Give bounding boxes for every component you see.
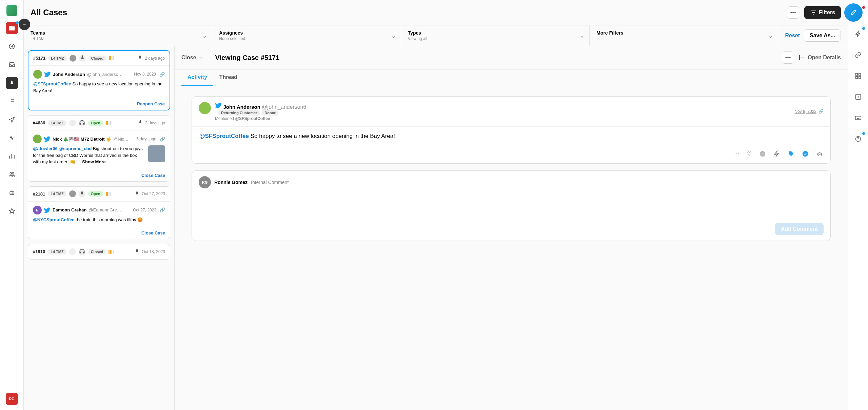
chevron-down-icon: ⌄ bbox=[580, 33, 584, 39]
send-icon[interactable] bbox=[6, 114, 18, 126]
svg-rect-14 bbox=[855, 74, 857, 76]
user-avatar[interactable]: RG bbox=[6, 393, 18, 405]
link-icon[interactable]: 🔗 bbox=[160, 207, 165, 212]
chevron-down-icon: ⌄ bbox=[391, 33, 396, 39]
post-date: Oct 27, 2023 bbox=[133, 208, 156, 212]
post-date: 6 days ago bbox=[136, 137, 156, 141]
author-avatar: E bbox=[33, 206, 42, 214]
status-tag: Open bbox=[88, 120, 103, 126]
case-action-link[interactable]: Close Case bbox=[28, 227, 170, 239]
check-icon[interactable] bbox=[802, 150, 809, 159]
page-title: All Cases bbox=[31, 8, 782, 17]
mention-link[interactable]: @SFSproutCoffee bbox=[33, 81, 71, 86]
list-icon[interactable] bbox=[6, 95, 18, 107]
chevron-down-icon: ⌄ bbox=[768, 33, 773, 39]
add-icon[interactable] bbox=[852, 91, 864, 103]
bolt-icon[interactable] bbox=[773, 150, 780, 159]
inbox-icon[interactable] bbox=[6, 59, 18, 71]
tab-activity[interactable]: Activity bbox=[181, 69, 213, 86]
pulse-icon[interactable] bbox=[6, 132, 18, 144]
svg-point-5 bbox=[12, 193, 13, 193]
bolt-icon[interactable] bbox=[852, 28, 864, 40]
save-as-button[interactable]: Save As... bbox=[804, 29, 841, 42]
detail-more-button[interactable] bbox=[782, 52, 794, 64]
reply-icon[interactable] bbox=[816, 150, 823, 159]
more-options-button[interactable] bbox=[787, 6, 799, 19]
svg-point-0 bbox=[9, 44, 14, 49]
apps-icon[interactable] bbox=[852, 70, 864, 82]
right-rail bbox=[848, 0, 868, 410]
pin-icon bbox=[134, 190, 140, 198]
folder-icon[interactable] bbox=[6, 22, 18, 34]
case-id: #4636 bbox=[33, 120, 45, 125]
svg-point-7 bbox=[792, 12, 793, 13]
chevron-down-icon: ⌄ bbox=[202, 33, 207, 39]
app-logo[interactable] bbox=[6, 5, 17, 16]
mention-link[interactable]: @afowler06 bbox=[33, 146, 58, 151]
help-icon[interactable] bbox=[852, 133, 864, 145]
case-action-link[interactable]: Close Case bbox=[28, 169, 170, 181]
comment-label: Internal Comment bbox=[251, 180, 289, 185]
team-tag: L4 TMZ bbox=[48, 56, 67, 61]
badge-donor: Donor bbox=[262, 110, 278, 116]
compass-icon[interactable] bbox=[6, 40, 18, 53]
users-icon[interactable] bbox=[6, 168, 18, 181]
expand-sidebar-button[interactable]: → bbox=[19, 19, 30, 30]
mention-link[interactable]: @supreme_cbd bbox=[59, 146, 92, 151]
pin-icon[interactable] bbox=[6, 77, 18, 89]
open-details-button[interactable]: |← Open Details bbox=[799, 55, 841, 61]
author-name: John Anderson bbox=[53, 72, 85, 77]
case-card[interactable]: #1910 L4 TMZClosed Oct 18, 2023 bbox=[28, 244, 170, 260]
comment-textarea[interactable] bbox=[199, 188, 824, 219]
assignee-avatar bbox=[69, 190, 76, 197]
chart-icon[interactable] bbox=[6, 150, 18, 162]
mention-link[interactable]: @NYCSproutCoffee bbox=[33, 217, 74, 222]
keyboard-icon[interactable] bbox=[852, 112, 864, 124]
case-id: #1910 bbox=[33, 249, 45, 254]
priority-bars bbox=[106, 121, 111, 125]
sentiment-icon[interactable] bbox=[759, 150, 766, 159]
tag-icon[interactable] bbox=[788, 150, 794, 159]
headset-icon bbox=[79, 119, 85, 127]
filters-button[interactable]: Filters bbox=[804, 6, 841, 19]
svg-point-8 bbox=[794, 12, 795, 13]
post-avatar bbox=[199, 102, 211, 114]
filter-more[interactable]: More Filters ⌄ bbox=[590, 25, 778, 46]
case-card[interactable]: #4636 L4 TMZOpen 3 days ago Nick 🎄🏁🇺🇸 M7… bbox=[28, 115, 170, 182]
close-detail-button[interactable]: Close → bbox=[181, 55, 204, 61]
author-handle: @Nic… bbox=[113, 137, 129, 142]
star-icon[interactable] bbox=[6, 205, 18, 217]
link-icon[interactable]: 🔗 bbox=[159, 72, 165, 77]
filter-types[interactable]: Types Viewing all ⌄ bbox=[401, 25, 590, 46]
priority-bars bbox=[106, 192, 111, 196]
link-icon[interactable]: 🔗 bbox=[818, 109, 824, 114]
show-more-link[interactable]: Show More bbox=[82, 159, 105, 164]
bot-icon[interactable] bbox=[6, 187, 18, 199]
more-icon[interactable]: ⋯ bbox=[734, 150, 739, 159]
pin-badge bbox=[79, 190, 85, 197]
status-tag: Closed bbox=[88, 249, 106, 254]
link-icon[interactable]: 🔗 bbox=[160, 137, 165, 142]
case-text: @NYCSproutCoffee the train this morning … bbox=[33, 217, 165, 223]
filter-teams[interactable]: Teams L4 TMZ ⌄ bbox=[24, 25, 212, 46]
link-icon[interactable] bbox=[852, 49, 864, 61]
case-time: Oct 18, 2023 bbox=[134, 248, 165, 255]
assignee-avatar bbox=[70, 55, 76, 62]
author-avatar bbox=[33, 135, 42, 143]
heart-icon[interactable]: ♡ bbox=[747, 150, 752, 159]
tab-thread[interactable]: Thread bbox=[213, 69, 243, 86]
case-card[interactable]: #5171 L4 TMZClosed 2 days ago John Ander… bbox=[28, 50, 170, 110]
compose-button[interactable] bbox=[844, 3, 863, 22]
reset-link[interactable]: Reset bbox=[785, 33, 800, 39]
post-subtitle: Mentioned @SFSproutCoffee bbox=[215, 116, 790, 121]
case-time: 2 days ago bbox=[137, 54, 165, 62]
detail-tabs: Activity Thread bbox=[175, 69, 848, 86]
svg-point-13 bbox=[803, 151, 808, 157]
svg-point-11 bbox=[789, 57, 790, 58]
case-action-link[interactable]: Reopen Case bbox=[28, 98, 170, 110]
case-card[interactable]: #2181 L4 TMZOpen Oct 27, 2023 E Eamonn G… bbox=[28, 186, 170, 240]
add-comment-button[interactable]: Add Comment bbox=[775, 223, 824, 235]
svg-rect-17 bbox=[859, 77, 861, 79]
filter-bar: Teams L4 TMZ ⌄ Assignees None selected ⌄… bbox=[24, 25, 848, 46]
filter-assignees[interactable]: Assignees None selected ⌄ bbox=[212, 25, 401, 46]
